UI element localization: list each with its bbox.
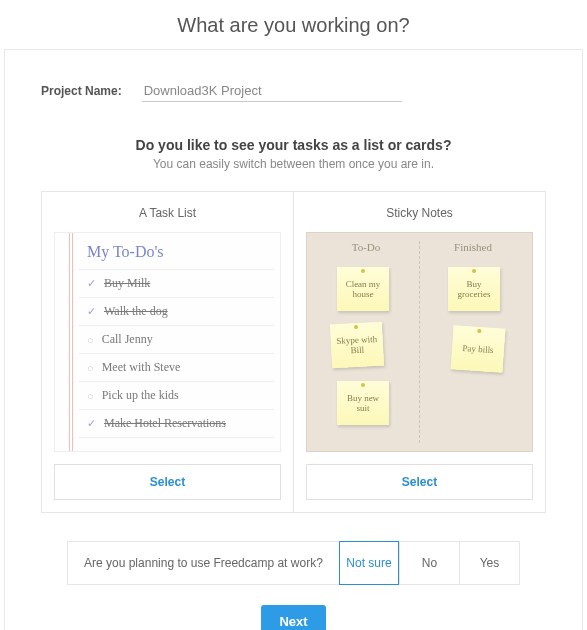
list-item: ✓Make Hotel Reservations (79, 410, 274, 438)
view-question-subtitle: You can easily switch between them once … (41, 157, 546, 171)
work-answer-no[interactable]: No (399, 542, 459, 584)
list-item: ✓Walk the dog (79, 298, 274, 326)
work-answer-yes[interactable]: Yes (459, 542, 519, 584)
option-task-list-title: A Task List (139, 206, 196, 220)
project-name-label: Project Name: (41, 84, 122, 98)
sticky-note: Buy groceries (448, 267, 500, 311)
work-question-row: Are you planning to use Freedcamp at wor… (67, 541, 520, 585)
view-options: A Task List My To-Do's ✓Buy Milk ✓Walk t… (41, 191, 546, 513)
list-item: ✓Buy Milk (79, 270, 274, 298)
sticky-col-done: Finished Buy groceries Pay bills (420, 241, 526, 443)
check-icon: ✓ (87, 277, 96, 290)
option-task-list[interactable]: A Task List My To-Do's ✓Buy Milk ✓Walk t… (41, 191, 293, 513)
circle-icon: ○ (87, 390, 94, 402)
select-task-list-button[interactable]: Select (54, 464, 281, 500)
page-title: What are you working on? (0, 0, 587, 49)
list-item: ○Meet with Steve (79, 354, 274, 382)
sticky-col-done-title: Finished (420, 241, 526, 253)
select-sticky-notes-button[interactable]: Select (306, 464, 533, 500)
sticky-note: Skype with Bill (330, 322, 384, 369)
work-question-text: Are you planning to use Freedcamp at wor… (68, 542, 339, 584)
next-button[interactable]: Next (261, 605, 325, 630)
task-list-preview: My To-Do's ✓Buy Milk ✓Walk the dog ○Call… (54, 232, 281, 452)
work-answer-not-sure[interactable]: Not sure (339, 541, 399, 585)
view-question-title: Do you like to see your tasks as a list … (41, 137, 546, 153)
option-sticky-title: Sticky Notes (386, 206, 453, 220)
sticky-col-todo-title: To-Do (313, 241, 419, 253)
sticky-note: Clean my house (337, 267, 389, 311)
option-sticky-notes[interactable]: Sticky Notes To-Do Clean my house Skype … (293, 191, 546, 513)
check-icon: ✓ (87, 305, 96, 318)
work-question-buttons: Not sure No Yes (339, 542, 519, 584)
check-icon: ✓ (87, 417, 96, 430)
sticky-col-todo: To-Do Clean my house Skype with Bill Buy… (313, 241, 420, 443)
list-item: ○Call Jenny (79, 326, 274, 354)
sticky-notes-preview: To-Do Clean my house Skype with Bill Buy… (306, 232, 533, 452)
circle-icon: ○ (87, 334, 94, 346)
view-question: Do you like to see your tasks as a list … (41, 137, 546, 171)
next-row: Next (41, 605, 546, 630)
project-name-input[interactable] (142, 80, 402, 102)
sticky-note: Buy new suit (337, 381, 389, 425)
task-list-preview-title: My To-Do's (79, 239, 274, 270)
main-panel: Project Name: Do you like to see your ta… (4, 49, 583, 630)
list-item: ○Pick up the kids (79, 382, 274, 410)
circle-icon: ○ (87, 362, 94, 374)
project-name-row: Project Name: (41, 80, 546, 102)
sticky-note: Pay bills (451, 325, 506, 373)
